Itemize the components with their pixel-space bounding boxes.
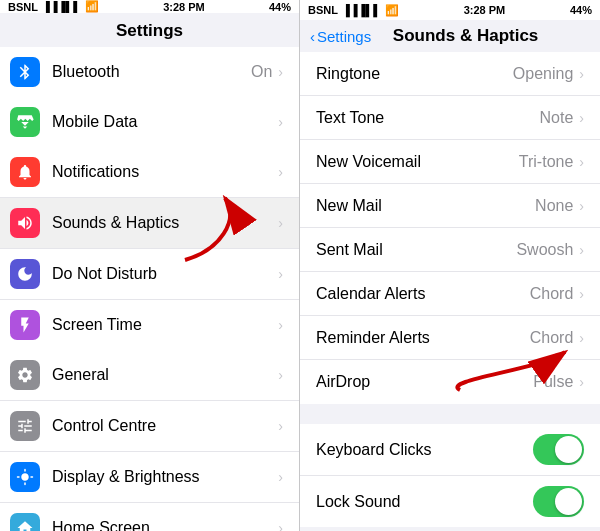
- home-screen-icon: [10, 513, 40, 531]
- right-status-bar: BSNL ▐▐▐▌▌ 📶 3:28 PM 44%: [300, 0, 600, 20]
- left-carrier: BSNL: [8, 1, 38, 13]
- right-sep2: [300, 527, 600, 531]
- right-item-reminder-alerts[interactable]: Reminder Alerts Chord ›: [300, 316, 600, 360]
- right-time: 3:28 PM: [464, 4, 506, 16]
- settings-item-control-centre[interactable]: Control Centre ›: [0, 401, 299, 452]
- airdrop-chevron: ›: [579, 374, 584, 390]
- keyboard-clicks-label: Keyboard Clicks: [316, 441, 533, 459]
- right-item-new-voicemail[interactable]: New Voicemail Tri-tone ›: [300, 140, 600, 184]
- settings-item-home-screen[interactable]: Home Screen ›: [0, 503, 299, 531]
- general-chevron: ›: [278, 367, 283, 383]
- left-time: 3:28 PM: [163, 1, 205, 13]
- sounds-group: Ringtone Opening › Text Tone Note › New …: [300, 52, 600, 404]
- general-icon: [10, 360, 40, 390]
- notifications-label: Notifications: [52, 163, 278, 181]
- left-battery-pct: 44%: [269, 1, 291, 13]
- right-item-sent-mail[interactable]: Sent Mail Swoosh ›: [300, 228, 600, 272]
- right-item-calendar-alerts[interactable]: Calendar Alerts Chord ›: [300, 272, 600, 316]
- right-item-lock-sound[interactable]: Lock Sound: [300, 476, 600, 527]
- display-chevron: ›: [278, 469, 283, 485]
- settings-group-connectivity: Bluetooth On ›: [0, 47, 299, 97]
- settings-group-system: General › Control Centre › Display & Bri…: [0, 350, 299, 531]
- screen-time-label: Screen Time: [52, 316, 278, 334]
- back-button[interactable]: ‹ Settings: [310, 28, 371, 45]
- right-item-keyboard-clicks[interactable]: Keyboard Clicks: [300, 424, 600, 476]
- right-wifi: 📶: [385, 4, 399, 17]
- right-sep1: [300, 404, 600, 424]
- sent-mail-value: Swoosh: [516, 241, 573, 259]
- sent-mail-label: Sent Mail: [316, 241, 516, 259]
- ringtone-value: Opening: [513, 65, 574, 83]
- calendar-alerts-chevron: ›: [579, 286, 584, 302]
- new-mail-label: New Mail: [316, 197, 535, 215]
- left-title: Settings: [0, 21, 299, 41]
- new-mail-value: None: [535, 197, 573, 215]
- settings-group-personal: Notifications › Sounds & Haptics › Do No…: [0, 147, 299, 350]
- keyboard-clicks-toggle[interactable]: [533, 434, 584, 465]
- sent-mail-chevron: ›: [579, 242, 584, 258]
- general-label: General: [52, 366, 278, 384]
- mobile-data-icon: [10, 107, 40, 137]
- ringtone-label: Ringtone: [316, 65, 513, 83]
- right-item-airdrop[interactable]: AirDrop Pulse ›: [300, 360, 600, 404]
- screen-time-chevron: ›: [278, 317, 283, 333]
- bluetooth-chevron: ›: [278, 64, 283, 80]
- settings-item-display[interactable]: Display & Brightness ›: [0, 452, 299, 503]
- dnd-label: Do Not Disturb: [52, 265, 278, 283]
- settings-item-sounds-haptics[interactable]: Sounds & Haptics ›: [0, 198, 299, 249]
- notifications-icon: [10, 157, 40, 187]
- new-voicemail-chevron: ›: [579, 154, 584, 170]
- settings-item-notifications[interactable]: Notifications ›: [0, 147, 299, 198]
- left-status-bar: BSNL ▐▐▐▌▌ 📶 3:28 PM 44%: [0, 0, 299, 13]
- reminder-alerts-value: Chord: [530, 329, 574, 347]
- screen-time-icon: [10, 310, 40, 340]
- bluetooth-icon: [10, 57, 40, 87]
- left-header: Settings: [0, 13, 299, 47]
- text-tone-chevron: ›: [579, 110, 584, 126]
- sounds-icon: [10, 208, 40, 238]
- sounds-haptics-chevron: ›: [278, 215, 283, 231]
- new-mail-chevron: ›: [579, 198, 584, 214]
- left-signal: ▐▐▐▌▌: [42, 1, 81, 13]
- bluetooth-value: On: [251, 63, 272, 81]
- home-screen-chevron: ›: [278, 520, 283, 531]
- ringtone-chevron: ›: [579, 66, 584, 82]
- right-carrier: BSNL: [308, 4, 338, 16]
- sounds-haptics-label: Sounds & Haptics: [52, 214, 278, 232]
- settings-group-network: Mobile Data ›: [0, 97, 299, 147]
- right-title: Sounds & Haptics: [371, 26, 560, 46]
- right-item-new-mail[interactable]: New Mail None ›: [300, 184, 600, 228]
- new-voicemail-value: Tri-tone: [519, 153, 574, 171]
- settings-item-dnd[interactable]: Do Not Disturb ›: [0, 249, 299, 300]
- back-chevron: ‹: [310, 28, 315, 45]
- settings-item-mobile-data[interactable]: Mobile Data ›: [0, 97, 299, 147]
- lock-sound-toggle[interactable]: [533, 486, 584, 517]
- left-wifi: 📶: [85, 0, 99, 13]
- settings-item-bluetooth[interactable]: Bluetooth On ›: [0, 47, 299, 97]
- settings-item-screen-time[interactable]: Screen Time ›: [0, 300, 299, 350]
- keyboard-clicks-toggle-knob: [555, 436, 582, 463]
- text-tone-value: Note: [540, 109, 574, 127]
- calendar-alerts-value: Chord: [530, 285, 574, 303]
- lock-sound-toggle-knob: [555, 488, 582, 515]
- mobile-data-chevron: ›: [278, 114, 283, 130]
- settings-item-general[interactable]: General ›: [0, 350, 299, 401]
- control-centre-label: Control Centre: [52, 417, 278, 435]
- right-battery-pct: 44%: [570, 4, 592, 16]
- lock-sound-label: Lock Sound: [316, 493, 533, 511]
- airdrop-value: Pulse: [533, 373, 573, 391]
- control-centre-chevron: ›: [278, 418, 283, 434]
- reminder-alerts-chevron: ›: [579, 330, 584, 346]
- mobile-data-label: Mobile Data: [52, 113, 278, 131]
- airdrop-label: AirDrop: [316, 373, 533, 391]
- right-item-text-tone[interactable]: Text Tone Note ›: [300, 96, 600, 140]
- notifications-chevron: ›: [278, 164, 283, 180]
- right-item-ringtone[interactable]: Ringtone Opening ›: [300, 52, 600, 96]
- display-label: Display & Brightness: [52, 468, 278, 486]
- new-voicemail-label: New Voicemail: [316, 153, 519, 171]
- home-screen-label: Home Screen: [52, 519, 278, 531]
- right-signal: ▐▐▐▌▌: [342, 4, 381, 16]
- right-header: ‹ Settings Sounds & Haptics: [300, 20, 600, 52]
- dnd-chevron: ›: [278, 266, 283, 282]
- back-label: Settings: [317, 28, 371, 45]
